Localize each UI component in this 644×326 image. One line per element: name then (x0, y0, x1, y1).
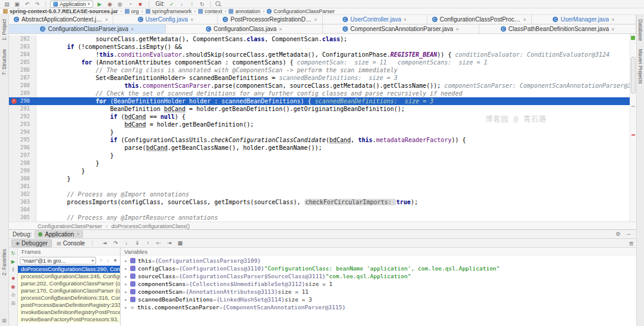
run-to-cursor-icon[interactable]: ⇥ (165, 239, 173, 247)
code-text[interactable]: for (BeanDefinitionHolder holder : scann… (36, 97, 630, 105)
editor-tab[interactable]: CConfigurationClassPostProcessor.java× (427, 15, 532, 24)
breadcrumb-item[interactable]: spring-context-5.0.7.RELEASE-sources.jar (3, 8, 118, 14)
line-gutter[interactable]: 282 (9, 35, 36, 43)
editor-tab[interactable]: CPostProcessorRegistrationDelegate.java× (218, 15, 322, 24)
tool-window-button[interactable]: 2: Favorites (1, 249, 7, 275)
line-gutter[interactable]: 305 (9, 214, 36, 222)
mute-breakpoints-icon[interactable]: ⊘ (10, 292, 17, 299)
editor-tab[interactable]: CComponentScanAnnotationParser.java× (323, 24, 480, 33)
expand-icon[interactable]: ▶ (123, 290, 129, 294)
line-gutter[interactable]: 286 (9, 66, 36, 74)
expand-icon[interactable]: ▶ (123, 282, 129, 286)
tool-window-button[interactable]: Database (637, 19, 643, 41)
filter-icon[interactable]: ▼ (112, 257, 118, 265)
breadcrumb-item[interactable]: context (198, 8, 222, 14)
restore-layout-icon[interactable]: ⊞ (10, 300, 17, 307)
close-icon[interactable]: × (611, 17, 614, 23)
frame-up-icon[interactable]: ↑ (98, 257, 104, 265)
line-gutter[interactable]: 298 (9, 159, 36, 167)
frame-row[interactable]: postProcessBeanDefinitionRegistry:233,..… (18, 302, 120, 309)
force-step-into-icon[interactable]: ⇓ (133, 239, 141, 247)
variable-row[interactable]: ▶configClass = {ConfigurationClass@3110}… (121, 265, 636, 272)
line-gutter[interactable]: 296 (9, 144, 36, 152)
code-text[interactable] (36, 183, 630, 190)
variable-row[interactable]: ▶sourceClass = {ConfigurationClassParser… (121, 272, 636, 280)
redo-icon[interactable]: ↷ (33, 1, 41, 8)
line-gutter[interactable]: 293 (9, 121, 36, 128)
frame-row[interactable]: parse:202, ConfigurationClassParser (or.… (18, 280, 120, 287)
variable-row[interactable]: ▶scannedBeanDefinitions = {LinkedHashSet… (121, 296, 636, 303)
editor-scrollbar[interactable] (630, 34, 636, 222)
code-text[interactable]: BeanDefinition bdCand = holder.getBeanDe… (36, 105, 630, 113)
tool-window-button[interactable]: 7: Structure (1, 49, 7, 75)
code-text[interactable] (36, 206, 630, 214)
code-text[interactable]: if (!componentScans.isEmpty() && (36, 43, 630, 51)
variable-row[interactable]: ▶∞this.componentScanParser = {ComponentS… (121, 303, 636, 311)
hide-icon[interactable]: ─ (625, 230, 633, 238)
close-icon[interactable]: × (190, 17, 193, 23)
debug-view-tab-debugger[interactable]: ◉Debugger (11, 239, 52, 247)
variable-row[interactable]: ▶this = {ConfigurationClassParser@3109} (121, 257, 636, 265)
code-text[interactable]: // Process any @ImportResource annotatio… (36, 214, 630, 222)
code-text[interactable]: Set<BeanDefinitionHolder> scannedBeanDef… (36, 74, 630, 82)
settings-icon[interactable]: ⚙ (614, 230, 622, 238)
frame-row[interactable]: processConfigurationClass:245, Configu..… (18, 273, 120, 280)
coverage-icon[interactable]: ◍ (116, 1, 124, 8)
frame-row[interactable]: invokeBeanFactoryPostProcessors:93, P... (18, 316, 120, 323)
line-gutter[interactable]: 295 (9, 136, 36, 144)
editor-tab[interactable]: CUserController.java× (323, 15, 427, 24)
expand-icon[interactable]: ▶ (123, 274, 129, 278)
breadcrumb-item[interactable]: annotation (229, 8, 260, 14)
line-gutter[interactable]: 292 (9, 113, 36, 121)
code-text[interactable]: // The config class is annotated with @C… (36, 66, 630, 74)
line-gutter[interactable]: 287 (9, 74, 36, 82)
breadcrumb-method[interactable]: doProcessConfigurationClass() (111, 223, 189, 229)
scrollbar-thumb[interactable] (631, 57, 636, 94)
line-gutter[interactable]: 300 (9, 175, 36, 183)
frame-row[interactable]: invokeBeanDefinitionRegistryPostProces..… (18, 309, 120, 316)
code-editor[interactable]: 282 sourceClass.getMetadata(), Component… (9, 34, 636, 222)
close-icon[interactable]: × (314, 17, 317, 23)
undo-icon[interactable]: ↶ (23, 1, 31, 8)
close-icon[interactable]: × (403, 17, 406, 23)
frame-down-icon[interactable]: ↓ (105, 257, 111, 265)
editor-tab[interactable]: CUserManager.java× (532, 15, 636, 24)
line-gutter[interactable]: 299 (9, 167, 36, 175)
code-text[interactable]: this.componentScanParser.parse(component… (36, 82, 630, 90)
expand-icon[interactable]: ▶ (123, 297, 129, 302)
open-project-icon[interactable]: ▤ (3, 1, 11, 8)
debug-view-tab-console[interactable]: ▤Console (53, 239, 88, 247)
line-gutter[interactable]: 284 (9, 51, 36, 59)
editor-tab[interactable]: CAbstractApplicationContext.java× (9, 15, 113, 24)
expand-icon[interactable]: ▶ (123, 259, 129, 263)
breadcrumb-class[interactable]: ConfigurationClassParser (38, 223, 102, 229)
search-icon[interactable] (215, 1, 221, 7)
line-gutter[interactable]: 288 (9, 82, 36, 90)
debug-bug-icon[interactable]: ◉ (106, 1, 114, 8)
profiler-icon[interactable]: ◔ (127, 1, 134, 8)
drop-frame-icon[interactable]: ⇤ (155, 239, 162, 247)
step-out-icon[interactable]: ↑ (144, 239, 152, 247)
layout-settings-icon[interactable]: ≣ (629, 240, 634, 247)
tool-window-button[interactable]: Maven Projects (637, 49, 643, 84)
editor-tab[interactable]: CConfigurationClass.java× (166, 24, 323, 33)
line-gutter[interactable]: 291 (9, 105, 36, 113)
git-update-icon[interactable]: ↓ (178, 1, 186, 8)
line-gutter[interactable]: 302 (9, 190, 36, 198)
git-push-icon[interactable]: ↑ (188, 1, 196, 8)
code-text[interactable]: } (36, 167, 630, 175)
view-breakpoints-icon[interactable]: ◉ (10, 284, 17, 290)
variable-row[interactable]: ▶componentScan = {AnnotationAttributes@3… (121, 288, 636, 296)
stop-icon[interactable]: ■ (10, 275, 17, 282)
editor-tab[interactable]: CUserConfig.java× (113, 15, 218, 24)
run-config-selector[interactable]: Application ▾ (50, 1, 93, 8)
line-gutter[interactable]: 303 (9, 198, 36, 206)
git-history-icon[interactable]: ↻ (198, 1, 206, 8)
code-text[interactable]: sourceClass.getMetadata(), ComponentScan… (36, 35, 630, 43)
debug-session-tab[interactable]: Application × (35, 230, 83, 238)
editor-tab[interactable]: CConfigurationClassParser.java× (9, 24, 166, 33)
stop-icon[interactable]: ■ (137, 1, 144, 8)
code-text[interactable]: !this.conditionEvaluator.shouldSkip(sour… (36, 51, 630, 59)
resume-icon[interactable]: ▶ (10, 259, 17, 265)
expand-icon[interactable]: ▶ (123, 266, 129, 270)
